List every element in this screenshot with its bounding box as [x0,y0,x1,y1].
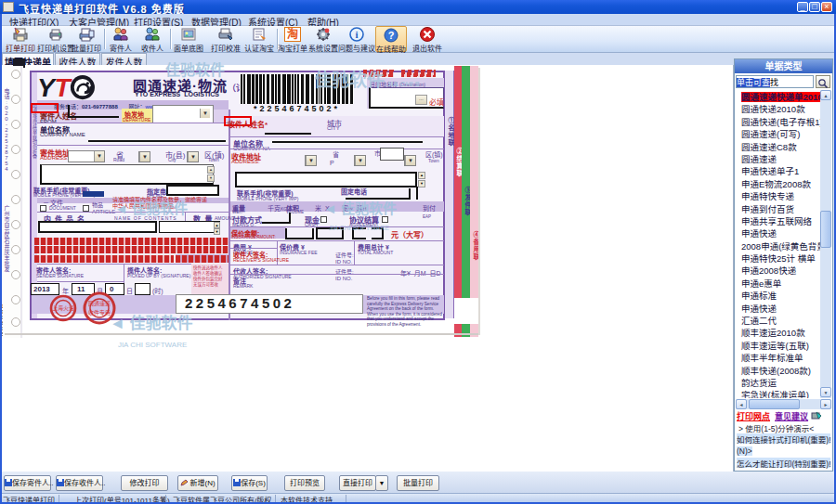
svg-text:圆通速递: 圆通速递 [88,300,111,307]
svg-text:T: T [55,74,73,101]
svg-text:i: i [355,29,358,40]
svg-text:收件专用: 收件专用 [88,309,111,317]
svg-text:?: ? [388,30,395,41]
svg-text:上海火速: 上海火速 [52,304,74,312]
